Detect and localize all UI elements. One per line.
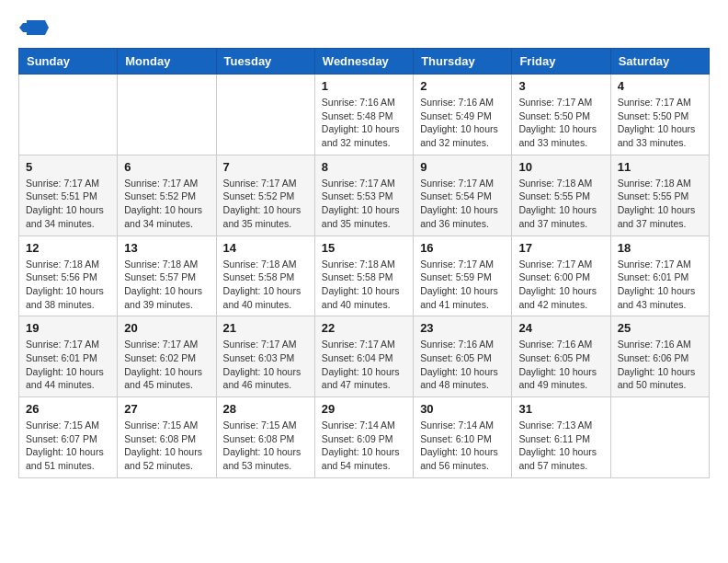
- weekday-header: Friday: [512, 49, 610, 75]
- calendar-week-row: 5Sunrise: 7:17 AM Sunset: 5:51 PM Daylig…: [19, 155, 710, 236]
- day-info: Sunrise: 7:14 AM Sunset: 6:10 PM Dayligh…: [420, 419, 505, 473]
- calendar-cell: 22Sunrise: 7:17 AM Sunset: 6:04 PM Dayli…: [314, 316, 413, 397]
- day-number: 27: [124, 402, 209, 416]
- day-number: 19: [26, 321, 110, 335]
- day-info: Sunrise: 7:16 AM Sunset: 6:06 PM Dayligh…: [618, 338, 702, 392]
- day-info: Sunrise: 7:17 AM Sunset: 6:01 PM Dayligh…: [26, 338, 110, 392]
- day-info: Sunrise: 7:16 AM Sunset: 6:05 PM Dayligh…: [420, 338, 505, 392]
- page-header: [18, 18, 710, 33]
- day-number: 23: [420, 321, 505, 335]
- calendar-cell: [610, 397, 709, 478]
- day-info: Sunrise: 7:15 AM Sunset: 6:08 PM Dayligh…: [124, 419, 209, 473]
- calendar-cell: 6Sunrise: 7:17 AM Sunset: 5:52 PM Daylig…: [118, 155, 216, 236]
- calendar-cell: 10Sunrise: 7:18 AM Sunset: 5:55 PM Dayli…: [512, 155, 610, 236]
- day-number: 5: [26, 160, 110, 174]
- calendar-cell: [19, 75, 118, 155]
- day-number: 26: [26, 402, 110, 416]
- weekday-header: Tuesday: [216, 49, 314, 75]
- day-info: Sunrise: 7:18 AM Sunset: 5:56 PM Dayligh…: [26, 258, 110, 312]
- day-number: 30: [420, 402, 505, 416]
- calendar-cell: 3Sunrise: 7:17 AM Sunset: 5:50 PM Daylig…: [512, 75, 610, 155]
- day-number: 9: [420, 160, 505, 174]
- day-number: 14: [223, 241, 308, 255]
- day-info: Sunrise: 7:17 AM Sunset: 6:03 PM Dayligh…: [223, 338, 308, 392]
- weekday-header: Wednesday: [314, 49, 413, 75]
- calendar-cell: 1Sunrise: 7:16 AM Sunset: 5:48 PM Daylig…: [314, 75, 413, 155]
- calendar-cell: 26Sunrise: 7:15 AM Sunset: 6:07 PM Dayli…: [19, 397, 118, 478]
- calendar-cell: 12Sunrise: 7:18 AM Sunset: 5:56 PM Dayli…: [19, 236, 118, 316]
- day-info: Sunrise: 7:17 AM Sunset: 5:54 PM Dayligh…: [420, 177, 505, 231]
- calendar-cell: 27Sunrise: 7:15 AM Sunset: 6:08 PM Dayli…: [118, 397, 216, 478]
- calendar-cell: [216, 75, 314, 155]
- day-info: Sunrise: 7:17 AM Sunset: 5:59 PM Dayligh…: [420, 258, 505, 312]
- day-info: Sunrise: 7:17 AM Sunset: 6:04 PM Dayligh…: [322, 338, 406, 392]
- day-number: 25: [618, 321, 702, 335]
- day-info: Sunrise: 7:18 AM Sunset: 5:57 PM Dayligh…: [124, 258, 209, 312]
- day-number: 31: [518, 402, 603, 416]
- calendar-table: SundayMondayTuesdayWednesdayThursdayFrid…: [18, 48, 710, 478]
- day-number: 22: [322, 321, 406, 335]
- day-number: 1: [322, 79, 406, 93]
- day-info: Sunrise: 7:17 AM Sunset: 6:02 PM Dayligh…: [124, 338, 209, 392]
- day-number: 6: [124, 160, 209, 174]
- day-number: 18: [618, 241, 702, 255]
- day-info: Sunrise: 7:17 AM Sunset: 5:51 PM Dayligh…: [26, 177, 110, 231]
- calendar-cell: 13Sunrise: 7:18 AM Sunset: 5:57 PM Dayli…: [118, 236, 216, 316]
- calendar-cell: 8Sunrise: 7:17 AM Sunset: 5:53 PM Daylig…: [314, 155, 413, 236]
- day-number: 20: [124, 321, 209, 335]
- day-info: Sunrise: 7:15 AM Sunset: 6:08 PM Dayligh…: [223, 419, 308, 473]
- day-number: 10: [518, 160, 603, 174]
- calendar-header-row: SundayMondayTuesdayWednesdayThursdayFrid…: [19, 49, 710, 75]
- calendar-cell: 23Sunrise: 7:16 AM Sunset: 6:05 PM Dayli…: [414, 316, 512, 397]
- day-number: 11: [618, 160, 702, 174]
- calendar-cell: 17Sunrise: 7:17 AM Sunset: 6:00 PM Dayli…: [512, 236, 610, 316]
- svg-marker-1: [19, 23, 28, 32]
- day-number: 28: [223, 402, 308, 416]
- day-number: 16: [420, 241, 505, 255]
- day-number: 21: [223, 321, 308, 335]
- day-number: 12: [26, 241, 110, 255]
- calendar-cell: 20Sunrise: 7:17 AM Sunset: 6:02 PM Dayli…: [118, 316, 216, 397]
- day-number: 13: [124, 241, 209, 255]
- day-info: Sunrise: 7:17 AM Sunset: 5:50 PM Dayligh…: [518, 96, 603, 150]
- calendar-cell: 2Sunrise: 7:16 AM Sunset: 5:49 PM Daylig…: [414, 75, 512, 155]
- day-number: 17: [518, 241, 603, 255]
- calendar-cell: 24Sunrise: 7:16 AM Sunset: 6:05 PM Dayli…: [512, 316, 610, 397]
- day-info: Sunrise: 7:17 AM Sunset: 5:52 PM Dayligh…: [124, 177, 209, 231]
- day-number: 29: [322, 402, 406, 416]
- calendar-cell: 11Sunrise: 7:18 AM Sunset: 5:55 PM Dayli…: [610, 155, 709, 236]
- day-info: Sunrise: 7:16 AM Sunset: 5:48 PM Dayligh…: [322, 96, 406, 150]
- calendar-cell: 28Sunrise: 7:15 AM Sunset: 6:08 PM Dayli…: [216, 397, 314, 478]
- weekday-header: Thursday: [414, 49, 512, 75]
- day-info: Sunrise: 7:18 AM Sunset: 5:55 PM Dayligh…: [618, 177, 702, 231]
- weekday-header: Sunday: [19, 49, 118, 75]
- logo-icon: [19, 18, 49, 37]
- calendar-cell: 7Sunrise: 7:17 AM Sunset: 5:52 PM Daylig…: [216, 155, 314, 236]
- day-info: Sunrise: 7:13 AM Sunset: 6:11 PM Dayligh…: [518, 419, 603, 473]
- calendar-cell: 30Sunrise: 7:14 AM Sunset: 6:10 PM Dayli…: [414, 397, 512, 478]
- day-number: 3: [518, 79, 603, 93]
- calendar-cell: 29Sunrise: 7:14 AM Sunset: 6:09 PM Dayli…: [314, 397, 413, 478]
- calendar-cell: 31Sunrise: 7:13 AM Sunset: 6:11 PM Dayli…: [512, 397, 610, 478]
- calendar-cell: 21Sunrise: 7:17 AM Sunset: 6:03 PM Dayli…: [216, 316, 314, 397]
- day-info: Sunrise: 7:17 AM Sunset: 5:52 PM Dayligh…: [223, 177, 308, 231]
- calendar-week-row: 19Sunrise: 7:17 AM Sunset: 6:01 PM Dayli…: [19, 316, 710, 397]
- day-info: Sunrise: 7:15 AM Sunset: 6:07 PM Dayligh…: [26, 419, 110, 473]
- day-info: Sunrise: 7:18 AM Sunset: 5:58 PM Dayligh…: [322, 258, 406, 312]
- calendar-cell: 4Sunrise: 7:17 AM Sunset: 5:50 PM Daylig…: [610, 75, 709, 155]
- day-number: 7: [223, 160, 308, 174]
- calendar-week-row: 12Sunrise: 7:18 AM Sunset: 5:56 PM Dayli…: [19, 236, 710, 316]
- calendar-cell: 5Sunrise: 7:17 AM Sunset: 5:51 PM Daylig…: [19, 155, 118, 236]
- day-info: Sunrise: 7:16 AM Sunset: 5:49 PM Dayligh…: [420, 96, 505, 150]
- calendar-cell: 16Sunrise: 7:17 AM Sunset: 5:59 PM Dayli…: [414, 236, 512, 316]
- day-number: 24: [518, 321, 603, 335]
- day-info: Sunrise: 7:16 AM Sunset: 6:05 PM Dayligh…: [518, 338, 603, 392]
- weekday-header: Monday: [118, 49, 216, 75]
- calendar-cell: 15Sunrise: 7:18 AM Sunset: 5:58 PM Dayli…: [314, 236, 413, 316]
- day-info: Sunrise: 7:17 AM Sunset: 5:53 PM Dayligh…: [322, 177, 406, 231]
- day-number: 8: [322, 160, 406, 174]
- day-number: 2: [420, 79, 505, 93]
- calendar-cell: [118, 75, 216, 155]
- day-info: Sunrise: 7:17 AM Sunset: 6:01 PM Dayligh…: [618, 258, 702, 312]
- day-info: Sunrise: 7:14 AM Sunset: 6:09 PM Dayligh…: [322, 419, 406, 473]
